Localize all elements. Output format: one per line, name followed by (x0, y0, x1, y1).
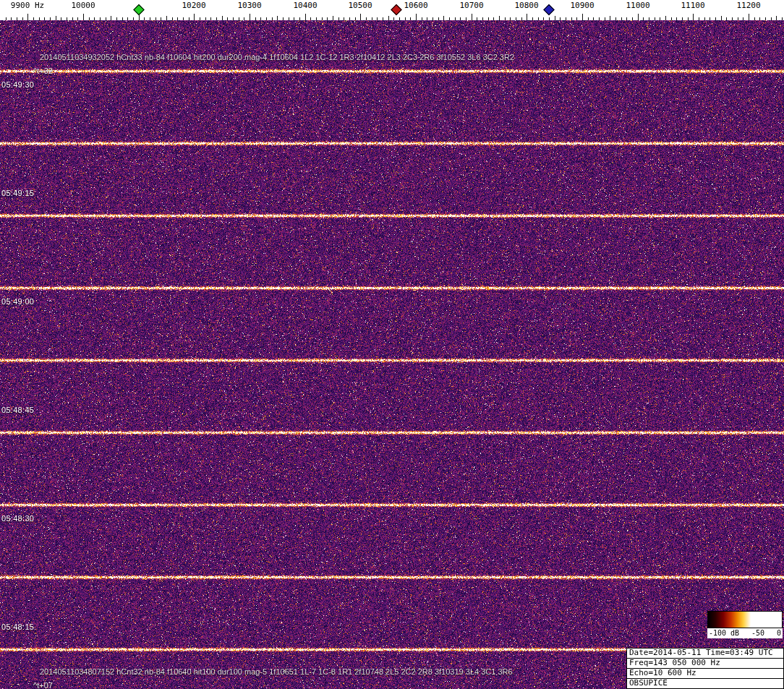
freq-tick (576, 17, 577, 20)
freq-tick (100, 17, 101, 20)
freq-tick (227, 17, 228, 20)
freq-tick (588, 17, 589, 20)
freq-tick (94, 17, 95, 20)
freq-tick (360, 14, 361, 20)
info-echo-frequency: Echo=10 600 Hz (627, 669, 783, 679)
freq-tick (671, 17, 672, 20)
freq-tick (416, 14, 417, 20)
freq-tick (377, 17, 378, 20)
freq-tick (155, 17, 156, 20)
time-axis-label: 05:48:45 (1, 406, 34, 414)
frequency-ruler: 9900 Hz100001020010300104001050010600107… (0, 0, 784, 20)
freq-tick (532, 17, 533, 20)
freq-tick (410, 17, 411, 20)
freq-tick (111, 16, 111, 20)
legend-label-max: 0 (777, 629, 781, 637)
freq-tick (443, 16, 444, 20)
freq-tick (472, 14, 472, 20)
freq-tick (233, 17, 234, 20)
freq-tick-label: 9900 Hz (11, 1, 44, 10)
intensity-gradient-bar (707, 611, 783, 628)
freq-tick (593, 17, 594, 20)
freq-tick (144, 17, 145, 20)
freq-tick (39, 17, 40, 20)
freq-tick (327, 17, 328, 20)
freq-tick (255, 17, 256, 20)
freq-tick (372, 17, 372, 20)
freq-tick (344, 17, 344, 20)
freq-tick (17, 17, 17, 20)
freq-tick (460, 17, 461, 20)
freq-tick (704, 17, 705, 20)
legend-label-min: -100 dB (709, 629, 739, 637)
freq-tick (782, 17, 783, 20)
freq-tick-label: 10200 (182, 1, 205, 10)
freq-tick (205, 17, 206, 20)
blue-diamond-marker[interactable] (543, 4, 555, 16)
freq-tick (189, 17, 189, 20)
freq-tick (83, 14, 84, 20)
freq-tick (383, 17, 383, 20)
freq-tick (660, 17, 660, 20)
freq-tick-label: 11200 (736, 1, 760, 10)
freq-tick-label: 10600 (404, 1, 427, 10)
freq-tick (738, 17, 738, 20)
freq-tick (510, 17, 511, 20)
freq-tick (621, 17, 622, 20)
freq-tick (743, 17, 743, 20)
freq-tick (122, 17, 123, 20)
freq-tick (72, 17, 73, 20)
detection-time-marker: ^t+07 (33, 681, 53, 689)
freq-tick (427, 17, 427, 20)
freq-tick (260, 17, 261, 20)
freq-tick (150, 17, 150, 20)
time-axis-label: 05:48:15 (1, 622, 34, 631)
freq-tick (599, 17, 600, 20)
waterfall-spectrogram-canvas (0, 20, 784, 689)
freq-tick-label: 10400 (293, 1, 317, 10)
time-axis-label: 05:49:00 (1, 297, 34, 306)
freq-tick (665, 16, 666, 20)
time-axis-label: 05:48:30 (1, 514, 34, 523)
freq-tick (316, 17, 317, 20)
freq-tick (433, 17, 433, 20)
freq-tick (571, 17, 572, 20)
freq-tick-label: 10500 (348, 1, 372, 10)
freq-tick (210, 17, 211, 20)
freq-tick (505, 17, 506, 20)
freq-tick (582, 14, 583, 20)
info-frequency: Freq=143 050 000 Hz (627, 659, 783, 669)
freq-tick-label: 10700 (459, 1, 483, 10)
freq-tick (27, 14, 28, 20)
freq-tick (688, 17, 689, 20)
freq-tick (399, 17, 400, 20)
freq-tick (277, 16, 278, 20)
green-diamond-marker[interactable] (133, 4, 145, 16)
freq-tick (438, 17, 439, 20)
freq-tick (6, 17, 7, 20)
freq-tick (632, 17, 633, 20)
freq-tick (116, 17, 117, 20)
red-diamond-marker[interactable] (391, 4, 402, 16)
freq-tick (721, 16, 722, 20)
freq-tick (754, 17, 755, 20)
freq-tick (521, 17, 522, 20)
freq-tick (477, 17, 477, 20)
freq-tick (355, 17, 356, 20)
freq-tick (493, 17, 494, 20)
freq-tick-label: 11100 (681, 1, 704, 10)
info-date-time: Date=2014-05-11 Time=03:49 UTC (627, 649, 783, 659)
freq-tick (322, 17, 323, 20)
freq-tick (765, 17, 766, 20)
freq-tick (89, 17, 90, 20)
legend-label-mid: -50 (751, 629, 764, 637)
freq-tick (50, 17, 51, 20)
freq-tick (200, 17, 200, 20)
freq-tick (543, 17, 544, 20)
freq-tick (294, 17, 294, 20)
freq-tick (726, 17, 727, 20)
freq-tick (239, 17, 239, 20)
freq-tick (655, 17, 655, 20)
freq-tick (771, 17, 772, 20)
detection-info-text: 20140511034932052 hCnt33 nb-84 f10604 hi… (40, 53, 514, 61)
